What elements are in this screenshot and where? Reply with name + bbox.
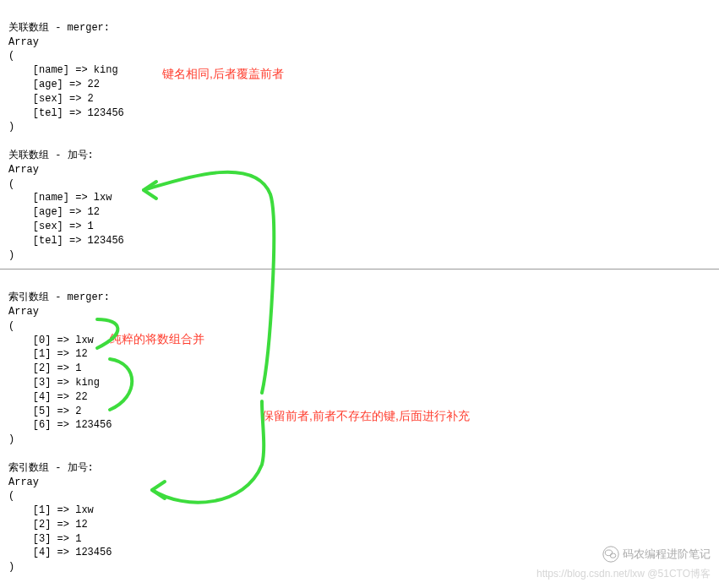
code-line: 索引数组 - merger: — [8, 291, 110, 303]
svg-point-1 — [605, 550, 612, 556]
code-line: [6] => 123456 — [8, 419, 112, 431]
code-line: Array — [8, 164, 39, 176]
code-line: Array — [8, 36, 39, 48]
svg-point-2 — [610, 553, 616, 558]
code-line: [2] => 12 — [8, 519, 88, 531]
code-line: [3] => king — [8, 377, 100, 389]
code-line: 关联数组 - merger: — [8, 22, 110, 34]
code-line: [3] => 1 — [8, 533, 81, 545]
annotation-1: 键名相同,后者覆盖前者 — [162, 66, 284, 83]
code-line: 索引数组 - 加号: — [8, 462, 94, 474]
code-line: [sex] => 1 — [8, 220, 94, 232]
code-line: ) — [8, 561, 14, 573]
code-line: ( — [8, 50, 14, 62]
code-line: [4] => 123456 — [8, 547, 112, 558]
code-line: ) — [8, 249, 14, 261]
code-line: ) — [8, 433, 14, 445]
code-line: Array — [8, 306, 39, 318]
code-line: [4] => 22 — [8, 391, 88, 403]
code-line: [0] => lxw — [8, 335, 94, 346]
code-line: ( — [8, 320, 14, 332]
wechat-icon — [602, 546, 619, 563]
code-line: [age] => 22 — [8, 79, 100, 90]
code-line: 关联数组 - 加号: — [8, 150, 94, 161]
annotation-3: 保留前者,前者不存在的键,后面进行补充 — [262, 408, 470, 425]
code-line: ( — [8, 490, 14, 502]
code-line: [name] => king — [8, 64, 118, 76]
code-line: [1] => lxw — [8, 504, 94, 516]
code-line: Array — [8, 476, 39, 488]
watermark: https://blog.csdn.net/lxw @51CTO博客 — [537, 567, 711, 581]
code-line: [tel] => 123456 — [8, 235, 124, 247]
annotation-2: 纯粹的将数组合并 — [110, 331, 204, 348]
code-line: [2] => 1 — [8, 362, 81, 374]
code-line: [tel] => 123456 — [8, 107, 124, 119]
code-line: [name] => lxw — [8, 192, 112, 204]
code-line: ) — [8, 121, 14, 133]
code-line: [age] => 12 — [8, 206, 100, 218]
code-block-1: 关联数组 - merger: Array ( [name] => king [a… — [0, 0, 719, 269]
code-line: [sex] => 2 — [8, 93, 94, 105]
code-line: ( — [8, 178, 14, 190]
code-line: [1] => 12 — [8, 348, 88, 360]
wechat-badge: 码农编程进阶笔记 — [602, 546, 711, 563]
code-line: [5] => 2 — [8, 406, 81, 417]
wechat-label: 码农编程进阶笔记 — [623, 547, 711, 562]
code-block-2: 索引数组 - merger: Array ( [0] => lxw [1] =>… — [0, 270, 719, 581]
